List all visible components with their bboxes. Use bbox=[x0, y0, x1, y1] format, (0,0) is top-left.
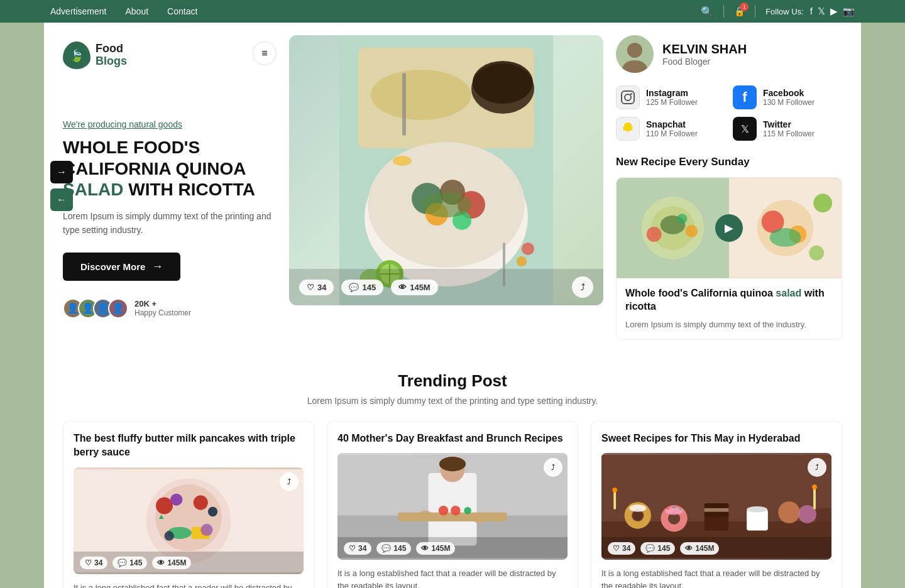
food-photo bbox=[289, 35, 603, 305]
recipe-image: ▶ bbox=[617, 178, 842, 278]
svg-point-49 bbox=[156, 497, 173, 514]
nav-contact[interactable]: Contact bbox=[167, 6, 197, 16]
blogger-info: KELVIN SHAH Food Bloger bbox=[662, 42, 747, 67]
facebook-info: Facebook 130 M Follower bbox=[763, 88, 814, 107]
nav-links: Advertisement About Contact bbox=[50, 6, 197, 16]
blogger-title: Food Bloger bbox=[662, 57, 747, 67]
svg-point-57 bbox=[200, 524, 212, 536]
heart-icon: ♡ bbox=[307, 283, 314, 292]
posts-grid: The best fluffy butter milk pancakes wit… bbox=[63, 421, 842, 588]
heart-icon: ♡ bbox=[85, 558, 92, 567]
right-panel: KELVIN SHAH Food Bloger I bbox=[616, 35, 842, 340]
post-1-views: 👁 145M bbox=[152, 557, 191, 569]
trending-section: Trending Post Lorem Ipsum is simply dumm… bbox=[44, 352, 861, 588]
svg-point-73 bbox=[464, 507, 471, 514]
divider2 bbox=[755, 5, 755, 18]
svg-point-102 bbox=[812, 485, 817, 490]
youtube-nav-icon[interactable]: ▶ bbox=[830, 6, 838, 17]
post-2-views: 👁 145M bbox=[416, 542, 455, 555]
facebook-nav-icon[interactable]: f bbox=[810, 6, 813, 17]
logo-area: 🍃 Food Blogs ≡ bbox=[63, 41, 277, 69]
play-button[interactable]: ▶ bbox=[715, 214, 743, 242]
svg-point-83 bbox=[629, 505, 646, 513]
nav-arrows: → ← bbox=[50, 161, 73, 211]
facebook-logo: f bbox=[733, 85, 757, 109]
recipe-card: ▶ Whole food's California quinoa salad w… bbox=[616, 177, 842, 340]
svg-rect-93 bbox=[705, 512, 729, 517]
svg-point-52 bbox=[208, 507, 217, 516]
eye-icon: 👁 bbox=[421, 544, 429, 553]
likes-stat: ♡ 34 bbox=[299, 280, 334, 295]
customers-text: 20K + Happy Customer bbox=[134, 299, 191, 317]
svg-point-44 bbox=[813, 193, 832, 212]
twitter-name: Twitter bbox=[763, 119, 814, 129]
snapchat-info: Snapchat 110 M Follower bbox=[646, 119, 698, 138]
nav-about[interactable]: About bbox=[125, 6, 148, 16]
social-stats-grid: Instagram 125 M Follower f Facebook 130 … bbox=[616, 85, 842, 141]
post-3-likes: ♡ 34 bbox=[608, 542, 635, 555]
svg-point-26 bbox=[627, 43, 642, 58]
hero-title-part1: WHOLE FOOD'S CALIFORNIA QUINOA bbox=[63, 138, 245, 178]
main-container: 🍃 Food Blogs ≡ → ← We're producing natur… bbox=[44, 23, 861, 588]
post-3-comments: 💬 145 bbox=[640, 542, 675, 555]
post-1-share-button[interactable]: ⤴ bbox=[280, 472, 299, 491]
twitter-followers: 115 M Follower bbox=[763, 129, 814, 138]
svg-point-7 bbox=[473, 61, 533, 104]
trending-header: Trending Post Lorem Ipsum is simply dumm… bbox=[63, 371, 842, 406]
post-card-1: The best fluffy butter milk pancakes wit… bbox=[63, 421, 314, 588]
recipe-card-title: Whole food's California quinoa salad wit… bbox=[625, 287, 833, 313]
svg-point-15 bbox=[421, 192, 471, 217]
svg-point-71 bbox=[439, 506, 448, 516]
share-button[interactable]: ⤴ bbox=[572, 276, 593, 298]
blogger-card: KELVIN SHAH Food Bloger bbox=[616, 35, 842, 73]
twitter-logo: 𝕏 bbox=[733, 117, 757, 141]
trending-title: Trending Post bbox=[63, 371, 842, 391]
svg-point-72 bbox=[451, 506, 460, 516]
eye-icon: 👁 bbox=[157, 558, 165, 567]
svg-point-100 bbox=[612, 488, 617, 493]
comments-stat: 💬 145 bbox=[341, 280, 383, 295]
post-3-title: Sweet Recipes for This May in Hyderabad bbox=[601, 432, 831, 445]
svg-point-67 bbox=[439, 457, 466, 472]
post-card-2: 40 Mother's Day Breakfast and Brunch Rec… bbox=[327, 421, 578, 588]
post-1-title: The best fluffy butter milk pancakes wit… bbox=[74, 432, 304, 460]
svg-point-48 bbox=[155, 484, 222, 551]
heart-icon: ♡ bbox=[349, 544, 356, 553]
recipe-info: Whole food's California quinoa salad wit… bbox=[617, 278, 842, 339]
cart-icon[interactable]: 🔒 1 bbox=[734, 6, 745, 16]
svg-point-50 bbox=[170, 494, 182, 506]
arrow-icon: → bbox=[151, 260, 163, 273]
svg-point-45 bbox=[809, 246, 824, 261]
top-navigation: Advertisement About Contact 🔍 🔒 1 Follow… bbox=[0, 0, 905, 23]
snapchat-followers: 110 M Follower bbox=[646, 129, 698, 138]
instagram-card: Instagram 125 M Follower bbox=[616, 85, 725, 109]
cart-badge: 1 bbox=[740, 3, 749, 11]
hero-tagline: We're producing natural goods bbox=[63, 119, 277, 129]
discover-more-button[interactable]: Discover More → bbox=[63, 253, 180, 281]
hero-description: Lorem Ipsum is simply dummy text of the … bbox=[63, 209, 277, 237]
nav-right: 🔍 🔒 1 Follow Us: f 𝕏 ▶ 📷 bbox=[701, 5, 855, 18]
blogger-name: KELVIN SHAH bbox=[662, 42, 747, 57]
logo-icon: 🍃 bbox=[63, 41, 90, 69]
next-arrow-button[interactable]: → bbox=[50, 161, 73, 183]
comment-icon: 💬 bbox=[118, 558, 127, 567]
nav-advertisement[interactable]: Advertisement bbox=[50, 6, 106, 16]
prev-arrow-button[interactable]: ← bbox=[50, 188, 73, 211]
social-icons-nav: f 𝕏 ▶ 📷 bbox=[810, 6, 855, 17]
svg-point-43 bbox=[770, 228, 801, 247]
post-2-likes: ♡ 34 bbox=[344, 542, 371, 555]
svg-point-23 bbox=[522, 242, 534, 255]
instagram-nav-icon[interactable]: 📷 bbox=[843, 6, 855, 17]
customers-row: 👤 👤 👤 👤 20K + Happy Customer bbox=[63, 298, 277, 318]
search-icon[interactable]: 🔍 bbox=[701, 6, 713, 18]
left-panel: 🍃 Food Blogs ≡ → ← We're producing natur… bbox=[63, 35, 277, 318]
twitter-nav-icon[interactable]: 𝕏 bbox=[818, 6, 825, 17]
instagram-info: Instagram 125 M Follower bbox=[646, 88, 698, 107]
views-stat: 👁 145M bbox=[391, 280, 438, 295]
svg-point-96 bbox=[778, 502, 800, 524]
eye-icon: 👁 bbox=[685, 544, 693, 553]
menu-button[interactable]: ≡ bbox=[253, 41, 277, 65]
svg-point-36 bbox=[647, 227, 662, 242]
comment-icon: 💬 bbox=[381, 544, 391, 553]
facebook-card: f Facebook 130 M Follower bbox=[733, 85, 842, 109]
